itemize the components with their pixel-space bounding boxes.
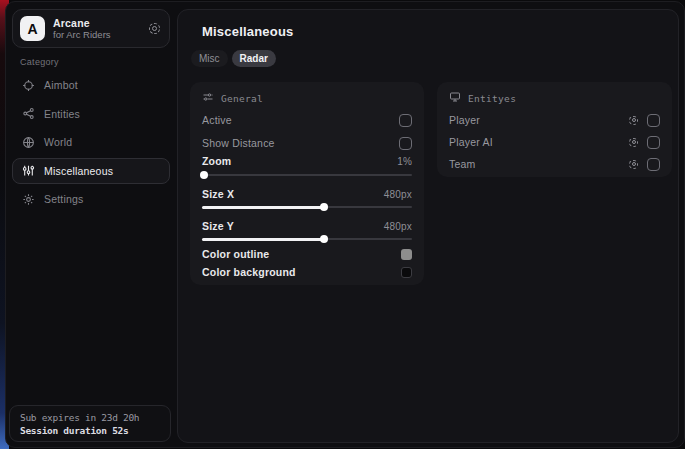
sub-expiry-text: Sub expires in 23d 20h xyxy=(20,412,160,423)
player-row: Player xyxy=(449,112,660,128)
sidebar-item-aimbot[interactable]: Aimbot xyxy=(12,72,170,98)
player-ai-checkbox[interactable] xyxy=(647,136,660,149)
globe-icon xyxy=(22,136,35,149)
sidebar-item-settings[interactable]: Settings xyxy=(12,186,170,212)
sidebar-item-label: Entities xyxy=(44,108,80,120)
size-x-slider-fill xyxy=(202,206,324,209)
sliders-horizontal-icon xyxy=(202,91,214,105)
nodes-icon xyxy=(22,107,35,120)
app-header-card: A Arcane for Arc Riders xyxy=(12,9,170,48)
player-label: Player xyxy=(449,114,480,126)
player-ai-row: Player AI xyxy=(449,134,660,150)
size-y-slider-fill xyxy=(202,238,324,241)
team-settings-gear-icon[interactable] xyxy=(629,160,638,169)
team-label: Team xyxy=(449,158,475,170)
zoom-value: 1% xyxy=(397,156,412,167)
app-subtitle: for Arc Riders xyxy=(53,30,149,41)
subscription-status-card: Sub expires in 23d 20h Session duration … xyxy=(9,405,171,442)
size-y-slider-track xyxy=(202,238,412,240)
app-logo: A xyxy=(20,16,45,41)
active-checkbox[interactable] xyxy=(399,114,412,127)
size-x-value: 480px xyxy=(384,189,412,200)
size-x-slider-thumb[interactable] xyxy=(320,203,328,211)
sidebar-item-label: Settings xyxy=(44,193,84,205)
size-x-label: Size X xyxy=(202,188,234,200)
sliders-icon xyxy=(22,164,35,177)
player-ai-settings-gear-icon[interactable] xyxy=(629,138,638,147)
general-panel: General Active Show Distance Zoom 1% xyxy=(190,82,424,285)
player-settings-gear-icon[interactable] xyxy=(629,116,638,125)
color-background-row: Color background xyxy=(202,264,412,280)
zoom-slider-track xyxy=(202,174,412,176)
sidebar-item-label: Aimbot xyxy=(44,79,78,91)
active-row: Active xyxy=(202,112,412,128)
crosshair-icon xyxy=(22,79,35,92)
zoom-slider-thumb[interactable] xyxy=(200,171,208,179)
show-distance-row: Show Distance xyxy=(202,135,412,151)
color-outline-label: Color outline xyxy=(202,248,269,260)
team-checkbox[interactable] xyxy=(647,158,660,171)
entities-panel-title: Entityes xyxy=(468,93,516,104)
sidebar: A Arcane for Arc Riders Category Aimbot xyxy=(6,2,177,447)
zoom-label: Zoom xyxy=(202,155,231,167)
color-background-swatch[interactable] xyxy=(401,267,412,278)
sidebar-item-miscellaneous[interactable]: Miscellaneous xyxy=(12,158,170,184)
main-content: Miscellaneous Misc Radar General Active xyxy=(177,9,679,443)
zoom-slider-fill xyxy=(202,174,204,177)
sidebar-item-label: World xyxy=(44,136,72,148)
category-label: Category xyxy=(20,57,59,67)
size-y-slider-thumb[interactable] xyxy=(320,235,328,243)
player-ai-label: Player AI xyxy=(449,136,493,148)
show-distance-checkbox[interactable] xyxy=(399,137,412,150)
sidebar-nav: Aimbot Entities World xyxy=(12,72,170,215)
gear-icon xyxy=(22,193,35,206)
size-x-row: Size X 480px xyxy=(202,186,412,202)
session-duration-text: Session duration 52s xyxy=(20,425,160,436)
player-checkbox[interactable] xyxy=(647,114,660,127)
size-y-slider[interactable] xyxy=(202,235,412,243)
entities-panel-header: Entityes xyxy=(449,91,516,105)
header-gear-icon[interactable] xyxy=(149,23,160,34)
zoom-slider[interactable] xyxy=(202,171,412,179)
color-outline-row: Color outline xyxy=(202,246,412,262)
monitor-icon xyxy=(449,91,461,105)
page-title: Miscellaneous xyxy=(202,24,293,39)
app-window: A Arcane for Arc Riders Category Aimbot xyxy=(5,1,685,448)
app-titles: Arcane for Arc Riders xyxy=(53,17,149,41)
color-outline-swatch[interactable] xyxy=(401,249,412,260)
active-label: Active xyxy=(202,114,232,126)
zoom-row: Zoom 1% xyxy=(202,153,412,169)
tab-misc[interactable]: Misc xyxy=(191,50,228,67)
app-name: Arcane xyxy=(53,17,149,29)
team-row: Team xyxy=(449,156,660,172)
size-y-row: Size Y 480px xyxy=(202,218,412,234)
size-y-value: 480px xyxy=(384,221,412,232)
general-panel-header: General xyxy=(202,91,263,105)
show-distance-label: Show Distance xyxy=(202,137,275,149)
color-background-label: Color background xyxy=(202,266,296,278)
size-x-slider-track xyxy=(202,206,412,208)
tab-bar: Misc Radar xyxy=(191,50,276,67)
sidebar-item-label: Miscellaneous xyxy=(44,165,113,177)
size-x-slider[interactable] xyxy=(202,203,412,211)
size-y-label: Size Y xyxy=(202,220,234,232)
sidebar-item-world[interactable]: World xyxy=(12,129,170,155)
general-panel-title: General xyxy=(221,93,263,104)
entities-panel: Entityes Player Player AI Team xyxy=(437,82,672,177)
tab-radar[interactable]: Radar xyxy=(232,50,276,67)
sidebar-item-entities[interactable]: Entities xyxy=(12,101,170,127)
